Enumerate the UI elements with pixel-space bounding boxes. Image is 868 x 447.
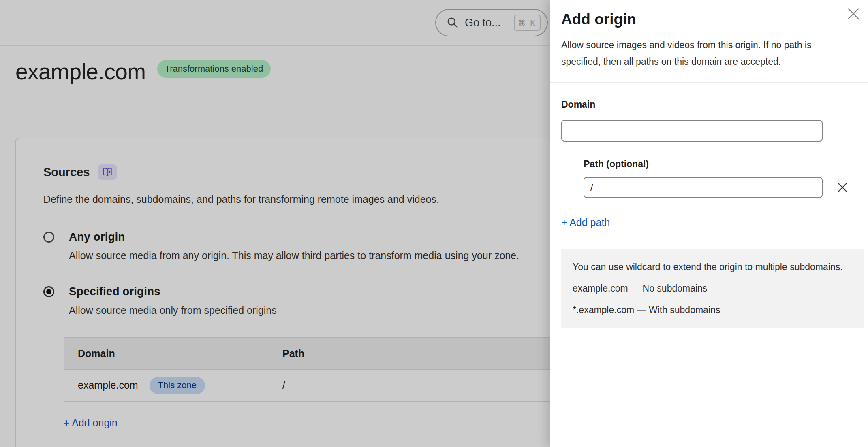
drawer-header: Add origin Allow source images and video…: [550, 0, 868, 83]
x-icon: [836, 181, 849, 194]
add-origin-drawer: Add origin Allow source images and video…: [550, 0, 868, 447]
domain-input[interactable]: [561, 120, 823, 142]
close-icon: [846, 6, 861, 21]
add-path-link[interactable]: + Add path: [561, 217, 610, 228]
drawer-description: Allow source images and videos from this…: [561, 37, 821, 70]
wildcard-example-with-subdomains: *.example.com — With subdomains: [573, 301, 852, 318]
path-field-label: Path (optional): [584, 159, 857, 170]
remove-path-button[interactable]: [836, 181, 849, 194]
close-drawer-button[interactable]: [844, 5, 862, 23]
path-input[interactable]: [584, 177, 823, 198]
wildcard-example-no-subdomains: example.com — No subdomains: [573, 280, 852, 297]
wildcard-info-text: You can use wildcard to extend the origi…: [573, 258, 852, 275]
drawer-body: Domain Path (optional) + Add path You ca…: [550, 83, 868, 328]
drawer-title: Add origin: [561, 11, 857, 28]
wildcard-info-box: You can use wildcard to extend the origi…: [561, 249, 864, 328]
domain-field-label: Domain: [561, 99, 857, 110]
path-field-group: Path (optional): [584, 159, 857, 198]
